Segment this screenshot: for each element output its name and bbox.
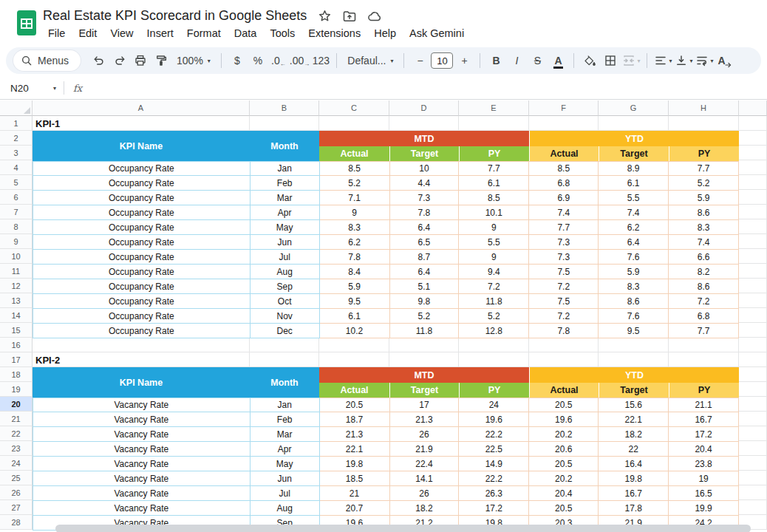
cell[interactable] bbox=[739, 412, 767, 426]
paint-format-button[interactable] bbox=[151, 51, 171, 70]
ytd-target-cell[interactable]: 8.9 bbox=[599, 161, 669, 176]
format-percent-button[interactable]: % bbox=[248, 51, 267, 70]
cell[interactable] bbox=[739, 367, 767, 382]
redo-button[interactable] bbox=[110, 51, 129, 70]
cell[interactable] bbox=[739, 131, 767, 146]
cell[interactable] bbox=[739, 338, 767, 352]
cell[interactable] bbox=[529, 338, 599, 352]
mtd-actual-cell[interactable]: 7.8 bbox=[320, 250, 390, 265]
month-cell[interactable]: Mar bbox=[250, 427, 320, 442]
cell[interactable] bbox=[739, 456, 767, 471]
name-box[interactable]: N20 ▾ bbox=[0, 83, 64, 94]
ytd-target-cell[interactable]: 22 bbox=[599, 442, 669, 457]
row-header-15[interactable]: 15 bbox=[0, 323, 33, 338]
month-cell[interactable]: Aug bbox=[250, 501, 320, 516]
mtd-py-cell[interactable]: 17.2 bbox=[459, 501, 529, 516]
cell[interactable] bbox=[739, 397, 767, 412]
menu-tools[interactable]: Tools bbox=[263, 25, 301, 41]
mtd-py-cell[interactable]: 10.1 bbox=[459, 205, 529, 220]
mtd-actual-cell[interactable]: 6.2 bbox=[320, 235, 390, 250]
ytd-py-cell[interactable]: 6.6 bbox=[669, 250, 739, 265]
mtd-actual-cell[interactable]: 18.7 bbox=[320, 412, 390, 427]
mtd-target-cell[interactable]: 21.9 bbox=[390, 442, 460, 457]
mtd-py-cell[interactable]: 22.2 bbox=[459, 427, 529, 442]
decrease-font-size-button[interactable]: − bbox=[410, 51, 429, 70]
cell[interactable] bbox=[739, 146, 767, 160]
kpi-name-cell[interactable]: Occupancy Rate bbox=[33, 161, 250, 176]
kpi-name-cell[interactable]: Vacancy Rate bbox=[33, 427, 250, 442]
row-header-28[interactable]: 28 bbox=[0, 515, 33, 530]
cell[interactable] bbox=[389, 352, 459, 367]
month-cell[interactable]: Sep bbox=[250, 279, 320, 294]
cell[interactable] bbox=[599, 338, 669, 352]
month-cell[interactable]: May bbox=[250, 457, 320, 471]
mtd-actual-cell[interactable]: 5.2 bbox=[320, 176, 390, 191]
mtd-target-cell[interactable]: 22.4 bbox=[390, 457, 460, 471]
row-header-5[interactable]: 5 bbox=[0, 175, 33, 190]
increase-font-size-button[interactable]: + bbox=[454, 51, 474, 70]
cell[interactable] bbox=[739, 308, 767, 323]
column-header-F[interactable]: F bbox=[529, 100, 599, 116]
mtd-py-cell[interactable]: 19.6 bbox=[459, 412, 529, 427]
month-cell[interactable]: Mar bbox=[250, 191, 320, 205]
ytd-actual-cell[interactable]: 6.9 bbox=[529, 191, 599, 205]
month-cell[interactable]: May bbox=[250, 220, 320, 235]
cell[interactable] bbox=[739, 264, 767, 279]
cell[interactable] bbox=[739, 279, 767, 293]
mtd-target-cell[interactable]: 5.1 bbox=[390, 279, 460, 294]
text-wrap-button[interactable]: ▾ bbox=[695, 51, 714, 70]
cell[interactable] bbox=[33, 116, 250, 131]
cell[interactable] bbox=[739, 234, 767, 249]
ytd-py-cell[interactable]: 5.9 bbox=[669, 191, 739, 205]
mtd-target-cell[interactable]: 6.4 bbox=[390, 220, 460, 235]
more-formats-button[interactable]: 123 bbox=[311, 51, 330, 70]
mtd-target-cell[interactable]: 7.3 bbox=[390, 191, 460, 205]
row-header-18[interactable]: 18 bbox=[0, 367, 33, 382]
kpi-name-cell[interactable]: Occupancy Rate bbox=[33, 324, 250, 338]
mtd-target-cell[interactable]: 8.7 bbox=[390, 250, 460, 265]
ytd-py-cell[interactable]: 6.8 bbox=[669, 309, 739, 324]
mtd-actual-cell[interactable]: 8.3 bbox=[320, 220, 390, 235]
mtd-target-cell[interactable]: 18.2 bbox=[390, 501, 460, 516]
mtd-actual-cell[interactable]: 5.9 bbox=[320, 279, 390, 294]
mtd-target-cell[interactable]: 9.8 bbox=[390, 294, 460, 309]
row-header-13[interactable]: 13 bbox=[0, 293, 33, 308]
column-header-A[interactable]: A bbox=[33, 100, 250, 116]
row-header-9[interactable]: 9 bbox=[0, 234, 33, 249]
kpi-name-cell[interactable]: Occupancy Rate bbox=[33, 309, 250, 324]
cell[interactable] bbox=[599, 116, 669, 131]
cell[interactable] bbox=[739, 441, 767, 456]
row-header-16[interactable]: 16 bbox=[0, 338, 33, 352]
ytd-py-cell[interactable]: 8.6 bbox=[669, 279, 739, 294]
row-header-25[interactable]: 25 bbox=[0, 471, 33, 485]
bold-button[interactable]: B bbox=[486, 51, 505, 70]
mtd-target-cell[interactable]: 26 bbox=[390, 427, 460, 442]
cell[interactable] bbox=[319, 116, 389, 131]
kpi-name-cell[interactable]: Vacancy Rate bbox=[33, 398, 250, 412]
mtd-target-cell[interactable]: 21.3 bbox=[390, 412, 460, 427]
kpi-name-cell[interactable]: Vacancy Rate bbox=[33, 486, 250, 501]
menu-extensions[interactable]: Extensions bbox=[301, 25, 367, 41]
ytd-py-cell[interactable]: 16.5 bbox=[669, 486, 739, 501]
month-cell[interactable]: Jan bbox=[250, 161, 320, 176]
menu-ask-gemini[interactable]: Ask Gemini bbox=[403, 25, 471, 41]
mtd-py-cell[interactable]: 12.8 bbox=[459, 324, 529, 338]
cell[interactable] bbox=[459, 352, 529, 367]
ytd-py-cell[interactable]: 8.6 bbox=[669, 205, 739, 220]
cell[interactable] bbox=[459, 116, 529, 131]
format-currency-button[interactable]: $ bbox=[228, 51, 247, 70]
mtd-py-cell[interactable]: 7.2 bbox=[459, 279, 529, 294]
mtd-py-cell[interactable]: 9 bbox=[459, 220, 529, 235]
decrease-decimal-button[interactable]: .0← bbox=[269, 51, 288, 70]
cell[interactable] bbox=[739, 160, 767, 175]
kpi-name-cell[interactable]: Occupancy Rate bbox=[33, 176, 250, 191]
mtd-py-cell[interactable]: 5.2 bbox=[459, 309, 529, 324]
ytd-target-cell[interactable]: 7.6 bbox=[599, 309, 669, 324]
kpi-name-cell[interactable]: Occupancy Rate bbox=[33, 250, 250, 265]
mtd-actual-cell[interactable]: 18.5 bbox=[320, 471, 390, 486]
row-header-1[interactable]: 1 bbox=[0, 116, 33, 131]
ytd-py-cell[interactable]: 8.2 bbox=[669, 265, 739, 279]
row-header-20[interactable]: 20 bbox=[0, 397, 33, 412]
cell[interactable] bbox=[319, 338, 389, 352]
font-select[interactable]: Defaul... ▾ bbox=[343, 51, 398, 70]
